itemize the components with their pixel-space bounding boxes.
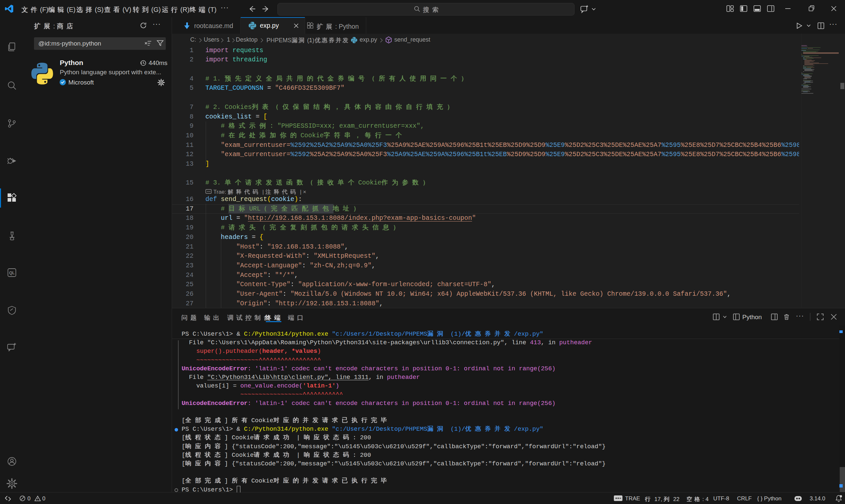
svg-text:QL: QL: [9, 271, 15, 275]
